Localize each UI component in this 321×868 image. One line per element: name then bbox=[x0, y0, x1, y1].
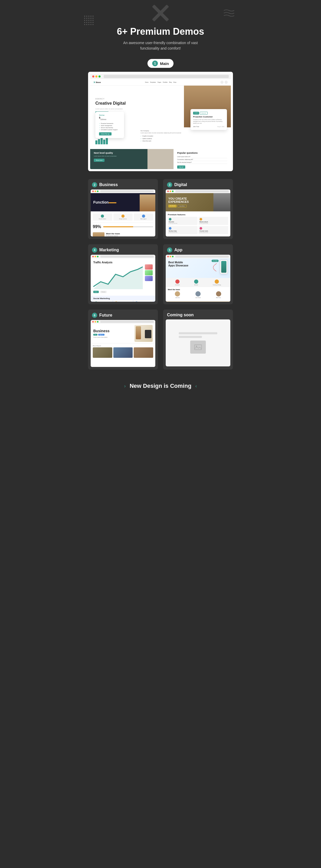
main-badge-label: Main bbox=[160, 61, 169, 66]
main-badge-num: 1 bbox=[152, 61, 158, 66]
biz-meet-info: Meet the team Professional experts Learn… bbox=[106, 232, 120, 237]
svg-rect-0 bbox=[194, 344, 202, 350]
dig-feat-desc-1: Lorem ipsum brief bbox=[169, 223, 197, 224]
fbr-url bbox=[100, 321, 154, 323]
mkt-chart: Active Passive bbox=[93, 265, 143, 293]
quality-image bbox=[147, 149, 174, 169]
comp-feat-2: Uptime solutions bbox=[140, 137, 226, 140]
marketing-badge-num: 4 bbox=[92, 247, 97, 253]
cs-line-1 bbox=[179, 332, 218, 334]
mkt-toggle-on[interactable]: Active bbox=[93, 291, 99, 293]
dig-feat-desc-2: Lorem ipsum brief bbox=[200, 223, 227, 224]
coming-soon-preview bbox=[166, 319, 230, 366]
new-design-text: New Design is Coming bbox=[130, 382, 191, 390]
dig-hero-title: YOU CREATEEXPERIENCES bbox=[168, 197, 189, 203]
marketing-preview[interactable]: Traffic Analysis Active Passive bbox=[91, 255, 155, 302]
company-features: Graphic innovation Uptime solutions Clie… bbox=[140, 135, 226, 143]
dig-feat-3: Surface help Lorem ipsum brief bbox=[168, 226, 198, 234]
mkt-illus-3 bbox=[145, 276, 153, 281]
mkt-hero-title: Traffic Analysis bbox=[93, 261, 153, 264]
biz-feat-icon-2 bbox=[121, 215, 124, 218]
digital-preview[interactable]: YOU CREATEEXPERIENCES Get Started Learn … bbox=[166, 189, 230, 237]
dig-feat-icon-4 bbox=[200, 227, 202, 230]
mkt-toggle-off[interactable]: Passive bbox=[100, 291, 107, 293]
app-title: App bbox=[174, 248, 182, 252]
biz-meet-sub: Professional experts bbox=[106, 235, 120, 237]
app-fast-response: Fast response Lorem ipsum dolor sit Get … bbox=[166, 301, 230, 302]
app-badge-num: 5 bbox=[167, 247, 172, 253]
feature-4: Unrivalled Customer Support bbox=[99, 129, 120, 131]
mkt-hero-row: Active Passive bbox=[93, 265, 153, 293]
app-feat-1: Download bbox=[175, 279, 180, 285]
demos-row-2: 4 Marketing Traffic Analysis bbox=[88, 244, 233, 304]
main-demo-container: ✕ Base Home Templates Pages Portfolio Bl… bbox=[88, 72, 233, 171]
browser-dot-red bbox=[92, 75, 94, 78]
business-preview[interactable]: Function Growth balance Design business bbox=[91, 189, 155, 237]
review-tags: Verified Answered bbox=[193, 112, 224, 115]
app-feat-icon-2 bbox=[194, 279, 198, 284]
biz-hero: Function bbox=[91, 193, 155, 211]
faq-btn[interactable]: See all bbox=[177, 165, 185, 168]
dig-mockup: YOU CREATEEXPERIENCES Get Started Learn … bbox=[166, 193, 230, 237]
mkt-item-1: Growth metrics bbox=[93, 300, 112, 302]
biz-hero-title: Function bbox=[93, 200, 109, 204]
biz-feat-icon-3 bbox=[142, 215, 145, 218]
dig-feat-4: Counter tools Lorem ipsum brief bbox=[199, 226, 228, 234]
bbr-dot-yellow bbox=[95, 190, 96, 192]
fut-person-photo bbox=[136, 326, 141, 339]
biz-feat-1: Growth balance bbox=[93, 214, 112, 220]
main-demo-badge[interactable]: 1 Main bbox=[147, 59, 174, 68]
bbr-dot-green bbox=[97, 190, 99, 192]
dig-feat-2: Market attach Lorem ipsum brief bbox=[199, 217, 228, 225]
app-avatar-1 bbox=[175, 291, 180, 297]
future-badge-num: 6 bbox=[92, 313, 97, 318]
dig-btn-1[interactable]: Get Started bbox=[168, 205, 177, 208]
select-plan-btn[interactable]: Select Plan ▶ bbox=[99, 132, 111, 135]
app-avatar-3 bbox=[216, 291, 221, 297]
dig-features: Premium features Disorder Lorem ipsum br… bbox=[166, 211, 230, 236]
dig-btn-2[interactable]: Learn More bbox=[177, 205, 186, 208]
new-design-section: › New Design is Coming ‹ bbox=[88, 377, 233, 395]
biz-meet-team: Meet the team Professional experts Learn… bbox=[91, 231, 155, 237]
abr-dot-red bbox=[167, 256, 169, 257]
app-member-1: John Doe bbox=[168, 291, 187, 298]
deco-x-icon bbox=[150, 3, 171, 24]
app-hero: Best MobileApps Showcase Save App bbox=[166, 258, 230, 278]
biz-hero-person bbox=[140, 194, 155, 211]
quality-btn[interactable]: Show more bbox=[94, 159, 105, 162]
review-title: Proactive Customer bbox=[193, 116, 224, 118]
dig-feat-icon-2 bbox=[200, 218, 202, 220]
hero-tag: AGENCY bbox=[95, 98, 179, 100]
biz-feat-text-1: Growth balance bbox=[94, 218, 111, 219]
feature-1: Proactive frameworks bbox=[99, 122, 120, 124]
cs-image-icon bbox=[194, 344, 202, 350]
dig-feat-desc-3: Lorem ipsum brief bbox=[169, 232, 197, 233]
nav-shop: Shop bbox=[173, 82, 176, 83]
faq-item-2: Consectetur adipiscing elit? bbox=[177, 158, 227, 161]
bbr-dot-red bbox=[92, 190, 94, 192]
biz-features: Growth balance Design business Best supp… bbox=[91, 211, 155, 223]
future-preview[interactable]: Business Pro Agency Lorem ipsum descript… bbox=[91, 320, 155, 367]
dot-grid-left bbox=[84, 16, 94, 25]
app-feat-icon-1 bbox=[175, 279, 180, 284]
fut-hero: Business Pro Agency Lorem ipsum descript… bbox=[91, 323, 155, 343]
price-period: /mo bbox=[103, 118, 106, 121]
card-price: $10/mo bbox=[99, 117, 120, 121]
abr-url bbox=[175, 255, 229, 257]
demo-nav-logo: ✕ Base bbox=[93, 81, 101, 84]
hero-headline: Creative Digital bbox=[95, 101, 179, 106]
app-preview[interactable]: Best MobileApps Showcase Save App bbox=[166, 255, 230, 302]
coming-soon-lines bbox=[179, 332, 218, 338]
business-browser-bar bbox=[91, 189, 155, 193]
quality-left: Next level quality Lorem ipsum dolor sit… bbox=[90, 149, 147, 169]
business-title: Business bbox=[99, 182, 118, 187]
dig-features-grid: Disorder Lorem ipsum brief Market attach… bbox=[168, 217, 228, 234]
faq-item-3: Sed do eiusmod tempor? bbox=[177, 161, 227, 164]
chart-bar-5 bbox=[106, 137, 108, 144]
cs-line-2 bbox=[179, 336, 202, 338]
faq-title: Popular questions bbox=[177, 152, 227, 154]
app-save-btn[interactable]: Save App bbox=[212, 260, 219, 262]
feature-2: Asset management bbox=[99, 124, 120, 127]
nav-blog: Blog bbox=[169, 82, 172, 83]
chart-bar-1 bbox=[95, 141, 98, 144]
